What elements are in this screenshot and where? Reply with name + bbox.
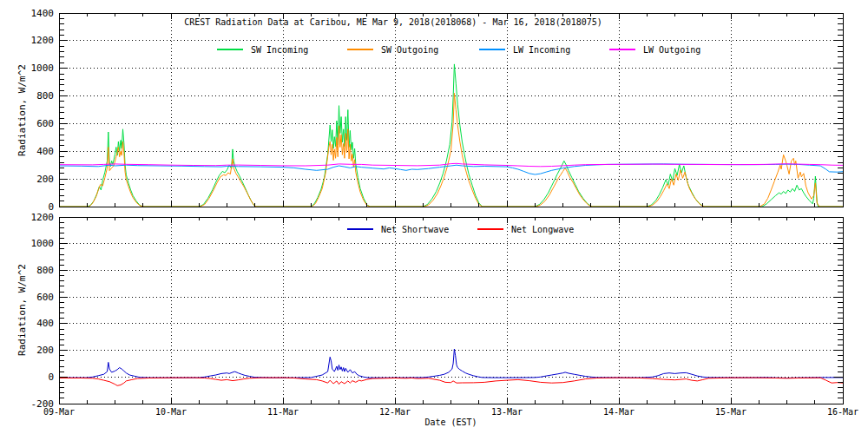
series-sw-incoming — [59, 64, 843, 207]
series-sw-outgoing — [59, 93, 843, 207]
radiation-chart-svg: 0200400600800100012001400-20002004006008… — [0, 0, 868, 434]
x-tick-label: 10-Mar — [155, 407, 187, 417]
plot-frame — [59, 217, 843, 404]
y-tick-label: 600 — [36, 118, 54, 129]
y-tick-label: 800 — [36, 265, 54, 276]
x-tick-label: 13-Mar — [491, 407, 523, 417]
y-tick-label: 1400 — [31, 8, 55, 19]
y-tick-label: 1000 — [31, 62, 55, 74]
x-tick-label: 11-Mar — [267, 407, 299, 417]
radiation-figure: 0200400600800100012001400-20002004006008… — [0, 0, 868, 434]
y-tick-label: 200 — [36, 174, 54, 185]
y-tick-label: 1000 — [31, 238, 55, 249]
y-tick-label: 800 — [36, 90, 54, 102]
series-net-longwave — [59, 378, 843, 385]
y-tick-label: 400 — [36, 146, 54, 157]
x-tick-label: 15-Mar — [715, 407, 746, 417]
y-tick-label: 0 — [48, 372, 54, 383]
x-tick-label: 09-Mar — [43, 407, 75, 417]
y-tick-label: 400 — [36, 318, 54, 329]
y-tick-label: 600 — [36, 292, 54, 303]
x-tick-label: 14-Mar — [603, 407, 635, 417]
x-tick-label: 12-Mar — [379, 407, 411, 417]
x-tick-label: 16-Mar — [827, 407, 858, 417]
series-net-shortwave — [59, 349, 843, 378]
plot-frame — [59, 13, 843, 207]
y-tick-label: 1200 — [31, 212, 55, 223]
y-tick-label: 200 — [36, 345, 54, 356]
y-tick-label: 1200 — [31, 35, 55, 46]
